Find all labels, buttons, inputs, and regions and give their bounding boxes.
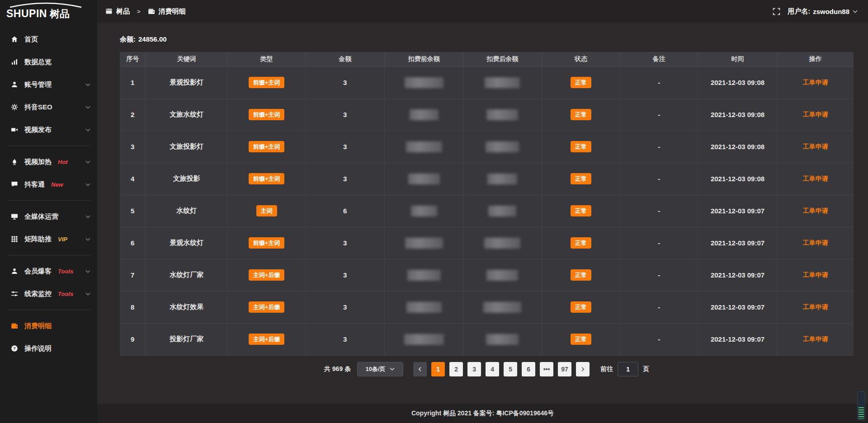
sidebar-item-member-baoke[interactable]: 会员爆客Tools bbox=[0, 260, 97, 282]
breadcrumb-item-shupin[interactable]: 树品 bbox=[116, 7, 130, 16]
cell-remark: - bbox=[620, 66, 698, 99]
cell-status: 正常 bbox=[542, 259, 620, 291]
cell-balance-before bbox=[385, 99, 463, 131]
cell-keyword: 水纹灯 bbox=[146, 195, 228, 227]
table-row: 4文旅投影前缀+主词3正常-2021-12-03 09:08工单申请 bbox=[120, 163, 854, 195]
sidebar-item-label: 账号管理 bbox=[24, 80, 52, 89]
fullscreen-icon[interactable] bbox=[773, 8, 780, 15]
sidebar-item-home[interactable]: 首页 bbox=[0, 28, 97, 51]
sidebar-item-video-publish[interactable]: 视频发布 bbox=[0, 118, 97, 141]
breadcrumb: 树品 > 消费明细 bbox=[105, 7, 186, 16]
status-badge: 正常 bbox=[571, 237, 591, 249]
svg-text:?: ? bbox=[13, 346, 16, 351]
sidebar-item-clue-monitor[interactable]: 线索监控Tools bbox=[0, 282, 97, 305]
sidebar-item-media-operation[interactable]: 全媒体运营 bbox=[0, 205, 97, 228]
type-badge: 主词+后缀 bbox=[249, 269, 285, 281]
page-button-97[interactable]: 97 bbox=[558, 362, 571, 376]
sidebar-menu: 首页数据总览账号管理抖音SEO视频发布视频加热Hot抖客通New全媒体运营矩阵助… bbox=[0, 23, 97, 360]
cell-action: 工单申请 bbox=[777, 195, 854, 227]
cell-index: 2 bbox=[120, 99, 146, 131]
cell-action: 工单申请 bbox=[777, 291, 854, 323]
breadcrumb-item-consume-detail[interactable]: 消费明细 bbox=[159, 7, 186, 16]
cell-balance-after bbox=[463, 195, 542, 227]
sidebar-item-label: 视频发布 bbox=[24, 126, 52, 134]
prev-page-button[interactable] bbox=[413, 362, 427, 376]
type-badge: 主词 bbox=[256, 205, 277, 216]
work-order-link[interactable]: 工单申请 bbox=[803, 303, 828, 310]
cell-keyword: 文旅水纹灯 bbox=[146, 99, 228, 131]
widget-stripes-icon bbox=[859, 407, 864, 419]
sidebar-item-matrix-boost[interactable]: 矩阵助推VIP bbox=[0, 228, 97, 250]
balance: 余额:24856.00 bbox=[120, 35, 854, 44]
sidebar-item-instructions[interactable]: ?操作说明 bbox=[0, 337, 97, 360]
work-order-link[interactable]: 工单申请 bbox=[803, 335, 828, 343]
pagination: 共 969 条 10条/页 123456•••97 前往 页 bbox=[120, 362, 854, 376]
cell-balance-after bbox=[463, 259, 542, 291]
cell-time: 2021-12-03 09:08 bbox=[698, 99, 777, 131]
cell-status: 正常 bbox=[542, 66, 620, 99]
total-count: 共 969 条 bbox=[324, 365, 351, 373]
work-order-link[interactable]: 工单申请 bbox=[803, 239, 828, 246]
page-button-6[interactable]: 6 bbox=[522, 362, 535, 376]
chevron-down-icon bbox=[85, 127, 91, 133]
sidebar-item-consume-detail[interactable]: 消费明细 bbox=[0, 315, 97, 337]
column-header: 序号 bbox=[120, 52, 146, 66]
work-order-link[interactable]: 工单申请 bbox=[803, 175, 828, 182]
page-button-4[interactable]: 4 bbox=[486, 362, 499, 376]
work-order-link[interactable]: 工单申请 bbox=[803, 79, 828, 86]
cell-keyword: 水纹灯效果 bbox=[146, 291, 228, 323]
chevron-down-icon bbox=[85, 82, 91, 88]
page-size-select[interactable]: 10条/页 bbox=[357, 362, 403, 376]
sidebar-item-douketong[interactable]: 抖客通New bbox=[0, 173, 97, 196]
logo-text-cn: 树品 bbox=[50, 7, 70, 21]
next-page-button[interactable] bbox=[576, 362, 590, 376]
page-button-2[interactable]: 2 bbox=[449, 362, 463, 376]
work-order-link[interactable]: 工单申请 bbox=[803, 111, 828, 118]
work-order-link[interactable]: 工单申请 bbox=[803, 271, 828, 278]
sidebar-divider bbox=[8, 310, 91, 310]
cell-balance-before bbox=[385, 259, 463, 291]
masked-value bbox=[410, 109, 439, 120]
chevron-down-icon bbox=[85, 236, 91, 242]
cell-time: 2021-12-03 09:07 bbox=[698, 195, 777, 227]
sidebar-item-video-heat[interactable]: 视频加热Hot bbox=[0, 150, 97, 173]
cell-balance-before bbox=[385, 195, 463, 227]
sidebar-item-label: 操作说明 bbox=[24, 344, 52, 353]
username-label: 用户名: bbox=[788, 7, 810, 16]
sidebar-item-label: 线索监控 bbox=[24, 290, 52, 298]
window-icon bbox=[105, 8, 113, 15]
masked-value bbox=[484, 238, 520, 249]
cell-balance-before bbox=[385, 131, 463, 163]
sidebar-item-label: 消费明细 bbox=[24, 322, 52, 330]
cell-action: 工单申请 bbox=[777, 163, 854, 195]
goto-page-input[interactable] bbox=[618, 362, 638, 376]
type-badge: 前缀+主词 bbox=[249, 173, 285, 184]
masked-value bbox=[404, 334, 444, 345]
work-order-link[interactable]: 工单申请 bbox=[803, 143, 828, 150]
app-logo[interactable]: SHUPIN 树品 bbox=[0, 0, 97, 23]
sidebar-item-account-manage[interactable]: 账号管理 bbox=[0, 73, 97, 96]
cell-amount: 3 bbox=[306, 323, 385, 355]
status-badge: 正常 bbox=[571, 205, 591, 216]
monitor-icon bbox=[11, 213, 19, 220]
page-button-3[interactable]: 3 bbox=[467, 362, 481, 376]
page-button-1[interactable]: 1 bbox=[431, 362, 445, 376]
cell-action: 工单申请 bbox=[777, 227, 854, 259]
sidebar-item-data-overview[interactable]: 数据总览 bbox=[0, 51, 97, 73]
chevron-down-icon bbox=[85, 104, 91, 110]
cell-amount: 3 bbox=[306, 291, 385, 323]
page-button-5[interactable]: 5 bbox=[504, 362, 517, 376]
sidebar-item-douyin-seo[interactable]: 抖音SEO bbox=[0, 96, 97, 118]
work-order-link[interactable]: 工单申请 bbox=[803, 207, 828, 214]
user-dropdown[interactable]: 用户名: zswodun88 bbox=[788, 7, 858, 16]
cell-amount: 3 bbox=[306, 131, 385, 163]
cell-time: 2021-12-03 09:07 bbox=[698, 323, 777, 355]
cell-type: 主词 bbox=[228, 195, 306, 227]
status-badge: 正常 bbox=[571, 301, 591, 313]
member-icon bbox=[11, 268, 19, 275]
floating-widget[interactable] bbox=[857, 391, 865, 420]
copyright-text: Copyright 树品 2021 备案号: 粤ICP备09019646号 bbox=[411, 409, 554, 418]
page-ellipsis-button[interactable]: ••• bbox=[540, 362, 553, 376]
cell-amount: 6 bbox=[306, 195, 385, 227]
cell-balance-before bbox=[385, 66, 463, 99]
